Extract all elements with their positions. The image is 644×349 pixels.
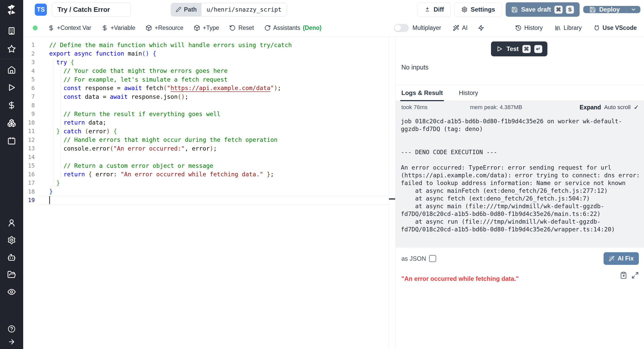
save-draft-label: Save draft xyxy=(521,6,551,13)
deno-lang-badge[interactable]: (Deno) xyxy=(303,24,321,31)
add-variable-button[interactable]: +Variable xyxy=(101,24,135,31)
code-text: return { error: "An error occurred while… xyxy=(39,171,274,178)
code-text: } xyxy=(39,188,53,195)
line-number: 12 xyxy=(23,137,39,143)
library-icon xyxy=(555,25,561,31)
code-line[interactable]: 7 const data = await response.json(); xyxy=(23,92,389,101)
wand-sparkles-icon xyxy=(453,25,459,31)
save-draft-button[interactable]: Save draft ⌘ S xyxy=(506,2,580,17)
script-title-input[interactable]: Try / Catch Error xyxy=(52,3,131,17)
line-number: 5 xyxy=(23,76,39,83)
no-inputs-text: No inputs xyxy=(401,64,429,71)
reset-button[interactable]: Reset xyxy=(229,24,254,31)
settings-gear-icon[interactable] xyxy=(0,233,23,247)
code-line[interactable]: 9 // Return the result if everything goe… xyxy=(23,110,389,118)
lightning-button[interactable] xyxy=(478,25,484,31)
ai-button[interactable]: AI xyxy=(453,24,468,31)
cat-icon xyxy=(594,25,600,31)
autoscroll-toggle[interactable]: Auto scroll xyxy=(604,104,631,111)
as-json-label: as JSON xyxy=(401,255,426,262)
code-line[interactable]: 16 return { error: "An error occurred wh… xyxy=(23,170,389,179)
help-icon[interactable] xyxy=(0,322,23,336)
workers-robot-icon[interactable] xyxy=(0,250,23,265)
as-json-checkbox[interactable] xyxy=(429,255,436,262)
code-line[interactable]: 1// Define the main function which will … xyxy=(23,41,389,49)
library-button[interactable]: Library xyxy=(555,24,582,31)
package-icon xyxy=(194,25,200,31)
windmill-logo-icon[interactable] xyxy=(5,3,18,16)
resources-boxes-icon[interactable] xyxy=(0,116,23,130)
line-number: 2 xyxy=(23,50,39,57)
code-line[interactable]: 14 xyxy=(23,153,389,162)
deploy-button[interactable]: Deploy xyxy=(583,6,626,13)
language-badge: TS xyxy=(35,4,47,16)
line-number: 10 xyxy=(23,119,39,126)
type-label: +Type xyxy=(203,24,219,31)
line-number: 9 xyxy=(23,111,39,117)
code-line[interactable]: 6 const response = await fetch("https://… xyxy=(23,84,389,93)
path-value[interactable]: u/henri/snazzy_script xyxy=(201,3,287,16)
code-line[interactable]: 11 } catch (error) { xyxy=(23,127,389,136)
code-line[interactable]: 17 } xyxy=(23,179,389,187)
multiplayer-toggle[interactable] xyxy=(394,24,409,32)
code-editor[interactable]: 1// Define the main function which will … xyxy=(23,37,395,349)
home-icon[interactable] xyxy=(0,63,23,77)
code-area[interactable]: 1// Define the main function which will … xyxy=(23,37,389,349)
diff-button[interactable]: Diff xyxy=(417,2,451,17)
mem-peak: mem peak: 4.387MB xyxy=(470,104,522,111)
ai-fix-button[interactable]: AI Fix xyxy=(604,252,639,265)
deploy-more-button[interactable] xyxy=(626,6,640,13)
line-number: 4 xyxy=(23,68,39,74)
line-number: 7 xyxy=(23,93,39,100)
test-button[interactable]: Test ⌘ ↵ xyxy=(491,41,547,56)
path-chip[interactable]: Path u/henri/snazzy_script xyxy=(171,3,287,16)
diff-label: Diff xyxy=(434,6,444,13)
workspace-building-icon[interactable] xyxy=(0,24,23,38)
code-line[interactable]: 18} xyxy=(23,187,389,196)
variables-dollar-icon[interactable] xyxy=(0,98,23,112)
history-button[interactable]: History xyxy=(515,24,543,31)
user-icon[interactable] xyxy=(0,216,23,230)
log-output[interactable]: job 018c20cd-a1b5-bd6b-0d80-f1b9d4c35e26… xyxy=(396,114,644,248)
add-context-var-button[interactable]: +Context Var xyxy=(48,24,91,31)
add-resource-button[interactable]: +Resource xyxy=(146,24,183,31)
test-label: Test xyxy=(506,45,519,53)
settings-button[interactable]: Settings xyxy=(454,2,502,17)
tab-history[interactable]: History xyxy=(459,85,478,101)
code-line[interactable]: 5 // For example, let's simulate a fetch… xyxy=(23,75,389,84)
favorites-star-icon[interactable] xyxy=(0,42,23,56)
code-line[interactable]: 8 xyxy=(23,101,389,110)
code-line[interactable]: 15 // Return a custom error object or me… xyxy=(23,161,389,170)
result-zone: as JSON AI Fix "An error occurred while … xyxy=(396,248,644,349)
expand-sidebar-arrow-icon[interactable] xyxy=(0,336,23,347)
schedules-calendar-icon[interactable] xyxy=(0,134,23,148)
line-number: 16 xyxy=(23,171,39,178)
path-edit-button[interactable]: Path xyxy=(171,3,201,16)
context-var-label: +Context Var xyxy=(57,24,91,31)
add-type-button[interactable]: +Type xyxy=(194,24,219,31)
fullscreen-result-button[interactable] xyxy=(631,272,639,280)
code-line[interactable]: 2export async function main() { xyxy=(23,49,389,58)
log-text: job 018c20cd-a1b5-bd6b-0d80-f1b9d4c35e26… xyxy=(396,114,644,233)
code-line[interactable]: 19 xyxy=(23,196,389,205)
audit-eye-icon[interactable] xyxy=(0,285,23,299)
variable-label: +Variable xyxy=(111,24,135,31)
line-number: 18 xyxy=(23,188,39,195)
assistants-button[interactable]: Assistants xyxy=(264,24,300,31)
copy-result-button[interactable] xyxy=(620,272,627,280)
zap-icon xyxy=(478,25,484,31)
result-tabs: Logs & Result History xyxy=(396,85,644,101)
code-line[interactable]: 13 console.error("An error occurred:", e… xyxy=(23,144,389,153)
code-line[interactable]: 3 try { xyxy=(23,58,389,67)
result-error-text: "An error occurred while fetching data." xyxy=(401,275,519,282)
code-line[interactable]: 4 // Your code that might throw errors g… xyxy=(23,67,389,75)
tab-logs-result[interactable]: Logs & Result xyxy=(401,85,443,101)
use-vscode-button[interactable]: Use VScode xyxy=(594,24,637,31)
code-line[interactable]: 10 return data; xyxy=(23,118,389,127)
expand-logs-button[interactable]: Expand xyxy=(580,104,601,111)
folders-icon[interactable] xyxy=(0,267,23,282)
editor-overview-ruler[interactable] xyxy=(389,37,395,349)
runs-play-icon[interactable] xyxy=(0,80,23,95)
reset-label: Reset xyxy=(238,24,254,31)
code-line[interactable]: 12 // Handle errors that might occur dur… xyxy=(23,136,389,144)
